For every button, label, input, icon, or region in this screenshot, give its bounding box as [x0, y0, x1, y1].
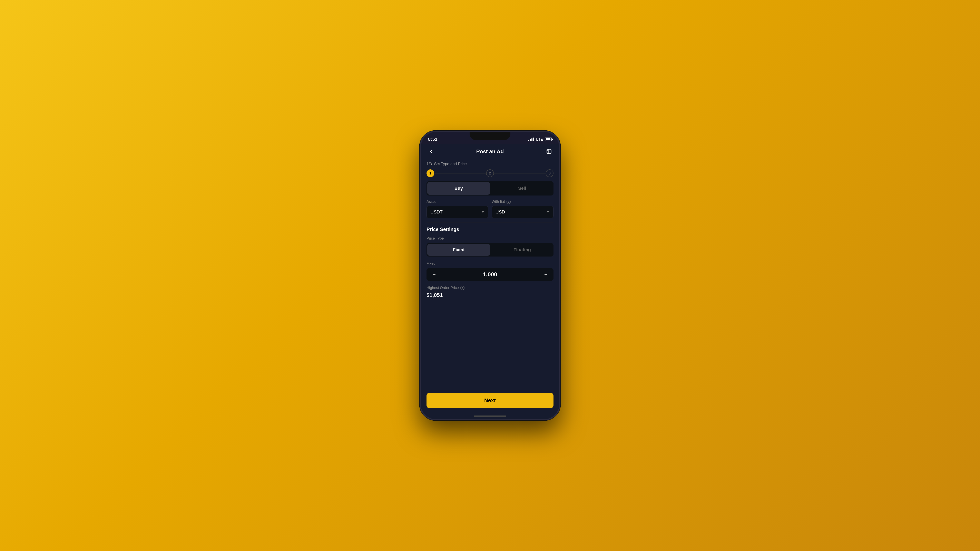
price-settings-title: Price Settings — [426, 227, 554, 232]
status-time: 8:51 — [428, 137, 438, 142]
fixed-tab[interactable]: Fixed — [427, 244, 490, 256]
fiat-info-icon: i — [506, 200, 511, 204]
home-bar — [474, 416, 506, 417]
back-button[interactable] — [426, 147, 436, 156]
step-section: 1/3. Set Type and Price 1 2 3 — [421, 159, 559, 181]
fixed-label: Fixed — [426, 261, 554, 266]
asset-value: USDT — [430, 210, 442, 215]
status-icons: LTE — [528, 137, 552, 141]
home-indicator — [421, 413, 559, 419]
step-1-circle: 1 — [426, 169, 434, 177]
highest-order-value: $1,051 — [426, 292, 554, 299]
nav-bar: Post an Ad — [421, 144, 559, 159]
highest-order-label: Highest Order Price i — [426, 286, 554, 290]
signal-icon — [528, 138, 534, 141]
help-button[interactable] — [544, 147, 554, 156]
battery-icon — [545, 138, 552, 141]
fiat-label: With fiat i — [492, 200, 554, 204]
lte-label: LTE — [536, 137, 543, 141]
asset-row: Asset USDT ▼ With fiat i USD — [426, 200, 554, 218]
decrease-button[interactable]: − — [429, 269, 439, 279]
asset-label: Asset — [426, 200, 488, 204]
svg-rect-0 — [547, 149, 551, 154]
highest-order-info-icon: i — [460, 286, 465, 290]
form-section: Asset USDT ▼ With fiat i USD — [421, 200, 559, 389]
page-title: Post an Ad — [476, 148, 504, 155]
buy-sell-toggle[interactable]: Buy Sell — [426, 181, 554, 195]
floating-tab[interactable]: Floating — [491, 243, 554, 257]
step-line-1 — [434, 173, 486, 173]
asset-arrow-icon: ▼ — [481, 210, 485, 214]
bottom-button-area: Next — [421, 389, 559, 413]
price-type-label: Price Type — [426, 236, 554, 241]
price-value: 1,000 — [439, 271, 541, 278]
phone-notch — [469, 132, 511, 140]
next-button[interactable]: Next — [426, 393, 554, 408]
asset-select[interactable]: USDT ▼ — [426, 206, 488, 218]
fiat-select[interactable]: USD ▼ — [492, 206, 554, 218]
step-2-circle: 2 — [486, 169, 494, 177]
section-divider — [426, 222, 554, 222]
asset-group: Asset USDT ▼ — [426, 200, 488, 218]
step-3-circle: 3 — [546, 169, 554, 177]
step-progress: 1 2 3 — [426, 169, 554, 177]
sell-tab[interactable]: Sell — [491, 181, 554, 195]
fiat-group: With fiat i USD ▼ — [492, 200, 554, 218]
increase-button[interactable]: + — [541, 269, 551, 279]
price-input-row: − 1,000 + — [426, 268, 554, 281]
fiat-arrow-icon: ▼ — [546, 210, 550, 214]
step-line-2 — [494, 173, 546, 173]
fiat-value: USD — [495, 210, 505, 215]
app-content: Post an Ad 1/3. Set Type and Price 1 2 — [421, 144, 559, 419]
phone-frame: 8:51 LTE — [420, 130, 560, 421]
buy-tab[interactable]: Buy — [427, 182, 490, 195]
step-label: 1/3. Set Type and Price — [426, 162, 554, 166]
price-type-toggle[interactable]: Fixed Floating — [426, 243, 554, 257]
